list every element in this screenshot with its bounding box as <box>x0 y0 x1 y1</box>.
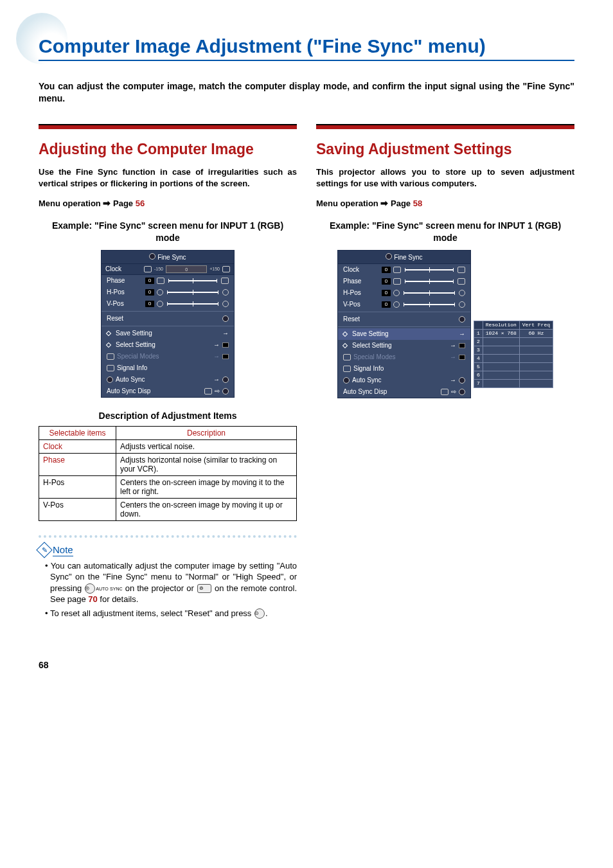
slider-icon <box>221 278 229 284</box>
table-row: 4 <box>474 354 553 362</box>
osd-row-save-highlighted: Save Setting → <box>338 328 470 340</box>
pos-icon <box>157 289 163 296</box>
section-divider <box>39 124 297 129</box>
table-row: H-Pos Centers the on-screen image by mov… <box>39 475 297 498</box>
note-item: To reset all adjustment items, select "R… <box>45 608 297 619</box>
diamond-icon <box>106 342 111 347</box>
table-header-blank <box>474 321 483 329</box>
modes-icon <box>343 354 351 360</box>
arrow-right-icon: ➡ <box>103 198 111 208</box>
slider-icon <box>157 278 164 284</box>
arrow-right-icon: → <box>222 330 229 337</box>
table-header: Vert Freq <box>519 321 553 329</box>
osd-row-hpos: H-Pos 0 <box>338 287 470 299</box>
osd-row-signal: Signal Info <box>338 363 470 375</box>
arrow-right-icon: → <box>213 376 220 383</box>
osd-menu-left: Fine Sync Clock -150 0 +150 Phase 0 H-Po… <box>101 250 235 398</box>
notes-list: You can automatically adjust the compute… <box>39 560 297 619</box>
table-row: 6 <box>474 371 553 379</box>
osd-row-reset: Reset <box>338 314 470 325</box>
sync-icon <box>149 253 155 260</box>
table-row: 7 <box>474 379 553 387</box>
osd-row-vpos: V-Pos 0 <box>338 299 470 310</box>
slider <box>404 292 455 294</box>
osd-row-phase: Phase 0 <box>102 275 234 287</box>
arrow-right-icon: ⇨ <box>451 388 456 395</box>
table-header: Resolution <box>483 321 519 329</box>
diamond-icon <box>342 342 348 348</box>
arrow-right-icon: → <box>450 342 456 349</box>
osd-row-signal: Signal Info <box>102 362 234 374</box>
save-settings-table: Resolution Vert Freq 11024 × 76860 Hz 2 … <box>474 321 553 388</box>
disp-icon <box>441 389 449 395</box>
disp-icon <box>204 388 212 394</box>
note-icon: ✎ <box>36 542 52 558</box>
slider <box>404 304 455 305</box>
osd-row-select: Select Setting → <box>338 340 470 351</box>
slider <box>167 292 218 293</box>
pos-icon <box>459 290 465 296</box>
osd-row-auto: Auto Sync → <box>338 375 470 386</box>
menu-op-page-label: Page <box>113 199 133 208</box>
osd-row-special: Special Modes → <box>338 351 470 363</box>
pos-icon <box>222 289 229 296</box>
table-row: Phase Adjusts horizontal noise (similar … <box>39 453 297 475</box>
slider <box>405 281 454 282</box>
osd-title: Fine Sync <box>102 251 234 264</box>
description-table: Selectable items Description Clock Adjus… <box>39 426 297 521</box>
sync-icon <box>222 376 229 383</box>
osd-row-vpos: V-Pos 0 <box>102 298 234 310</box>
enter-button-icon: ⊙ <box>254 608 265 619</box>
sync-icon <box>107 376 113 383</box>
slider <box>168 280 217 281</box>
pos-icon <box>393 290 400 296</box>
table-row: 5 <box>474 362 553 371</box>
diamond-icon <box>106 330 111 335</box>
table-header: Selectable items <box>39 426 116 439</box>
page-title: Computer Image Adjustment ("Fine Sync" m… <box>39 19 574 61</box>
square-icon <box>459 355 465 360</box>
square-icon <box>222 354 229 359</box>
sync-icon <box>459 377 465 384</box>
menu-op-page-label: Page <box>391 199 411 208</box>
pos-icon <box>157 301 163 307</box>
osd-title: Fine Sync <box>338 251 470 264</box>
modes-icon <box>107 353 114 360</box>
page-number: 68 <box>39 660 574 670</box>
slider <box>405 269 454 270</box>
pos-icon <box>393 301 400 308</box>
desc-heading: Description of Adjustment Items <box>39 411 297 421</box>
reset-icon <box>222 315 229 322</box>
osd-row-autodisp: Auto Sync Disp ⇨ <box>338 386 470 398</box>
section-body-left: Use the Fine Sync function in case of ir… <box>39 166 297 189</box>
clock-scale: 0 <box>166 265 207 273</box>
osd-row-special: Special Modes → <box>102 351 234 362</box>
sync-icon <box>459 389 465 395</box>
osd-row-auto: Auto Sync → <box>102 374 234 385</box>
osd-row-hpos: H-Pos 0 <box>102 287 234 298</box>
slider-icon <box>393 267 401 273</box>
table-row: 3 <box>474 346 553 354</box>
page-link[interactable]: 70 <box>88 594 97 604</box>
dotted-divider <box>39 535 297 538</box>
section-body-right: This projector allows you to store up to… <box>316 166 574 189</box>
reset-icon <box>459 316 465 323</box>
table-row: V-Pos Centers the on-screen image by mov… <box>39 498 297 520</box>
arrow-right-icon: ⇨ <box>215 387 220 394</box>
page-link[interactable]: 56 <box>136 199 145 208</box>
example-label-right: Example: "Fine Sync" screen menu for INP… <box>329 220 562 243</box>
osd-row-save: Save Setting → <box>102 328 234 339</box>
slider-icon <box>458 267 465 273</box>
info-icon <box>107 365 114 371</box>
menu-op-prefix: Menu operation <box>39 199 101 208</box>
page-link[interactable]: 58 <box>413 199 422 208</box>
osd-row-clock: Clock 0 <box>338 264 470 276</box>
table-row: 2 <box>474 337 553 346</box>
autosync-projector-icon: ◎ <box>85 583 95 594</box>
arrow-right-icon: ➡ <box>380 198 388 208</box>
osd-row-phase: Phase 0 <box>338 276 470 287</box>
sync-icon <box>222 388 229 394</box>
table-header: Description <box>116 426 297 439</box>
section-heading-right: Saving Adjustment Settings <box>316 141 574 157</box>
slider-icon <box>393 278 401 285</box>
